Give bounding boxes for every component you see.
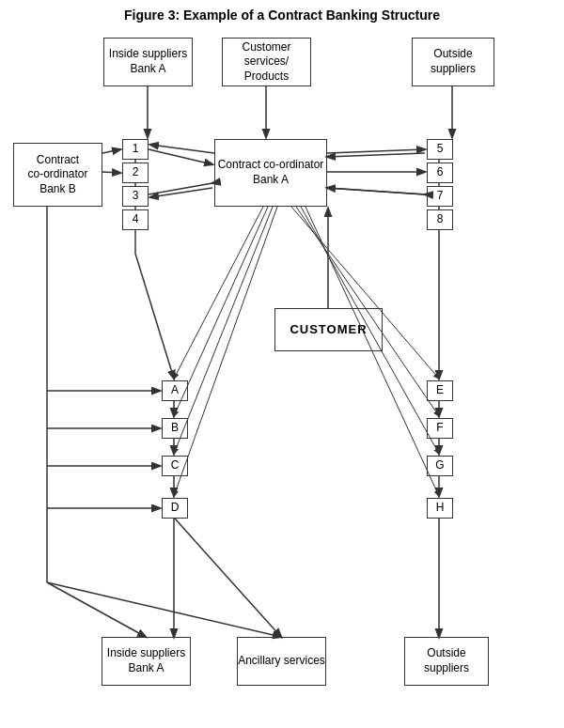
svg-line-38 [174,207,277,496]
box-H: H [427,498,453,519]
customer-services: Customer services/Products [222,38,311,86]
svg-line-9 [327,149,425,153]
box-E: E [427,380,453,401]
svg-line-10 [327,153,425,157]
svg-line-47 [47,582,146,637]
svg-line-36 [174,207,268,416]
svg-line-3 [102,149,120,153]
ancillary-services: Ancillary services [237,637,326,686]
svg-line-13 [327,188,425,194]
outside-suppliers-top: Outside suppliers [412,38,494,86]
contract-coord-banka: Contract co-ordinatorBank A [214,139,327,207]
svg-line-7 [149,183,212,194]
box-8: 8 [427,209,453,230]
page: Figure 3: Example of a Contract Banking … [0,0,564,728]
svg-line-19 [135,254,174,379]
box-C: C [162,456,188,476]
box-2: 2 [122,163,149,183]
box-B: B [162,418,188,439]
svg-line-6 [150,145,214,153]
svg-line-37 [174,207,273,454]
box-A: A [162,380,188,401]
inside-suppliers-top: Inside suppliersBank A [103,38,193,86]
box-7: 7 [427,186,453,207]
svg-line-4 [102,172,120,173]
box-3: 3 [122,186,149,207]
box-6: 6 [427,163,453,183]
svg-line-5 [149,149,212,164]
customer-box: CUSTOMER [274,308,383,351]
svg-line-8 [150,188,212,197]
box-G: G [427,456,453,476]
contract-coord-bankb: Contractco-ordinatorBank B [13,143,102,207]
inside-suppliers-bottom: Inside suppliersBank A [102,637,191,686]
diagram-arrows [0,0,564,728]
svg-line-39 [291,207,439,379]
outside-suppliers-bottom: Outside suppliers [404,637,489,686]
box-1: 1 [122,139,149,160]
svg-line-12 [327,188,425,194]
box-5: 5 [427,139,453,160]
svg-line-44 [175,519,281,637]
box-F: F [427,418,453,439]
svg-line-42 [306,207,439,496]
svg-line-35 [174,207,263,379]
page-title: Figure 3: Example of a Contract Banking … [9,8,555,23]
svg-line-46 [47,582,281,637]
box-4: 4 [122,209,149,230]
box-D: D [162,498,188,519]
